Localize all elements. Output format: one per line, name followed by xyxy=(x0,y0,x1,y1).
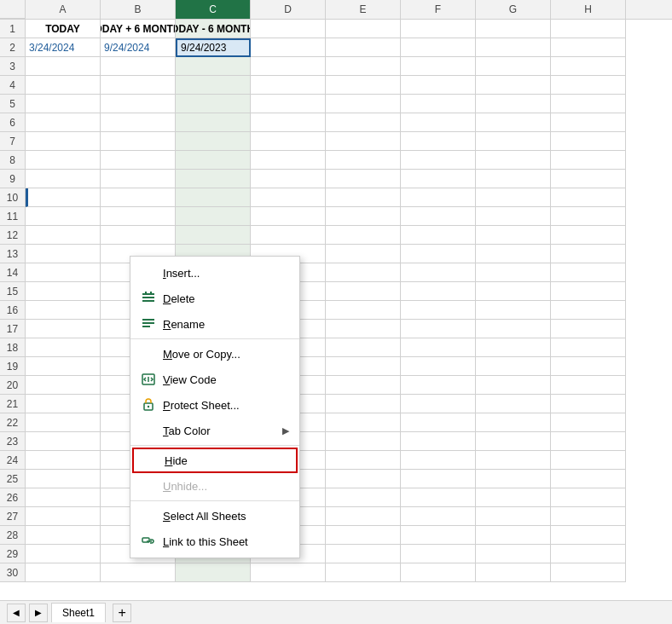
add-sheet-button[interactable]: + xyxy=(113,604,131,622)
cell-c3[interactable] xyxy=(176,57,251,76)
scroll-right-btn[interactable]: ▶ xyxy=(29,604,48,622)
view-code-icon xyxy=(141,372,156,387)
row-num-29[interactable]: 29 xyxy=(0,545,26,563)
cell-g2[interactable] xyxy=(476,38,551,57)
cell-g3[interactable] xyxy=(476,57,551,76)
grid-row-12 xyxy=(26,226,626,245)
rename-icon xyxy=(141,316,156,332)
cell-e3[interactable] xyxy=(326,57,401,76)
col-header-a[interactable]: A xyxy=(26,0,101,19)
cell-f1[interactable] xyxy=(401,20,476,38)
row-num-14[interactable]: 14 xyxy=(0,263,26,282)
cell-g1[interactable] xyxy=(476,20,551,38)
menu-protect-sheet-label: Protect Sheet... xyxy=(163,399,289,412)
col-header-h[interactable]: H xyxy=(551,0,626,19)
svg-rect-2 xyxy=(142,300,154,302)
row-num-11[interactable]: 11 xyxy=(0,207,26,226)
menu-item-protect-sheet[interactable]: Protect Sheet... xyxy=(130,392,299,418)
row-num-26[interactable]: 26 xyxy=(0,488,26,507)
row-num-24[interactable]: 24 xyxy=(0,451,26,470)
cell-h2[interactable] xyxy=(551,38,626,57)
scroll-left-btn[interactable]: ◀ xyxy=(7,604,26,622)
col-header-c[interactable]: C xyxy=(176,0,251,19)
menu-item-insert[interactable]: Insert... xyxy=(130,260,299,286)
row-num-19[interactable]: 19 xyxy=(0,357,26,376)
row-num-25[interactable]: 25 xyxy=(0,470,26,488)
cell-f2[interactable] xyxy=(401,38,476,57)
cell-a3[interactable] xyxy=(26,57,101,76)
row-num-17[interactable]: 17 xyxy=(0,320,26,338)
cell-d2[interactable] xyxy=(251,38,326,57)
grid-row-22 xyxy=(26,413,626,432)
menu-item-rename[interactable]: Rename xyxy=(130,311,299,337)
svg-rect-5 xyxy=(142,319,154,321)
row-num-28[interactable]: 28 xyxy=(0,526,26,545)
row-num-16[interactable]: 16 xyxy=(0,301,26,320)
cell-d3[interactable] xyxy=(251,57,326,76)
menu-item-unhide[interactable]: Unhide... xyxy=(130,473,299,499)
cell-b3[interactable] xyxy=(101,57,176,76)
cell-d1[interactable] xyxy=(251,20,326,38)
sheet-tab[interactable]: Sheet1 xyxy=(51,603,106,622)
grid-row-11 xyxy=(26,207,626,226)
cell-a2[interactable]: 3/24/2024 xyxy=(26,38,101,57)
row-num-18[interactable]: 18 xyxy=(0,338,26,357)
menu-select-all-sheets-label: Select All Sheets xyxy=(163,510,289,523)
row-num-20[interactable]: 20 xyxy=(0,376,26,395)
menu-item-hide[interactable]: Hide xyxy=(132,448,298,473)
grid-row-30 xyxy=(26,563,626,582)
row-num-10[interactable]: 10 xyxy=(0,188,26,207)
cell-f3[interactable] xyxy=(401,57,476,76)
menu-separator-1 xyxy=(130,338,299,339)
row-num-5[interactable]: 5 xyxy=(0,95,26,113)
grid-row-5 xyxy=(26,95,626,113)
cell-c1[interactable]: TODAY - 6 MONTHS xyxy=(176,20,251,38)
grid-row-7 xyxy=(26,132,626,151)
tab-color-arrow: ▶ xyxy=(282,425,289,436)
link-to-sheet-icon xyxy=(141,534,156,549)
row-num-15[interactable]: 15 xyxy=(0,282,26,301)
cell-e2[interactable] xyxy=(326,38,401,57)
menu-item-move-copy[interactable]: Move or Copy... xyxy=(130,341,299,367)
cell-e1[interactable] xyxy=(326,20,401,38)
cell-h3[interactable] xyxy=(551,57,626,76)
col-header-e[interactable]: E xyxy=(326,0,401,19)
menu-item-select-all-sheets[interactable]: Select All Sheets xyxy=(130,503,299,529)
menu-item-link-to-sheet[interactable]: Link to this Sheet xyxy=(130,529,299,554)
row-num-6[interactable]: 6 xyxy=(0,113,26,132)
row-num-12[interactable]: 12 xyxy=(0,226,26,245)
menu-item-delete[interactable]: Delete xyxy=(130,286,299,311)
row-num-3[interactable]: 3 xyxy=(0,57,26,76)
row-num-13[interactable]: 13 xyxy=(0,245,26,263)
col-header-g[interactable]: G xyxy=(476,0,551,19)
spreadsheet: A B C D E F G H 1 2 3 4 5 6 7 8 9 10 11 … xyxy=(0,0,672,624)
row-num-22[interactable]: 22 xyxy=(0,413,26,432)
row-num-7[interactable]: 7 xyxy=(0,132,26,151)
col-header-d[interactable]: D xyxy=(251,0,326,19)
row-num-1[interactable]: 1 xyxy=(0,20,26,38)
cell-h1[interactable] xyxy=(551,20,626,38)
grid-row-2: 3/24/2024 9/24/2024 9/24/2023 xyxy=(26,38,626,57)
row-num-21[interactable]: 21 xyxy=(0,395,26,413)
row-num-30[interactable]: 30 xyxy=(0,563,26,582)
cell-c2[interactable]: 9/24/2023 xyxy=(176,38,251,57)
grid-row-14 xyxy=(26,263,626,282)
grid: TODAY TODAY + 6 MONTHS TODAY - 6 MONTHS … xyxy=(26,20,626,582)
menu-item-view-code[interactable]: View Code xyxy=(130,367,299,392)
col-header-b[interactable]: B xyxy=(101,0,176,19)
row-num-4[interactable]: 4 xyxy=(0,76,26,95)
row-num-27[interactable]: 27 xyxy=(0,507,26,526)
svg-rect-7 xyxy=(142,326,150,327)
cell-b1[interactable]: TODAY + 6 MONTHS xyxy=(101,20,176,38)
col-header-f[interactable]: F xyxy=(401,0,476,19)
row-num-23[interactable]: 23 xyxy=(0,432,26,451)
cell-b2[interactable]: 9/24/2024 xyxy=(101,38,176,57)
delete-icon xyxy=(141,291,156,306)
menu-unhide-label: Unhide... xyxy=(163,480,289,493)
row-num-2[interactable]: 2 xyxy=(0,38,26,57)
row-num-8[interactable]: 8 xyxy=(0,151,26,170)
row-num-9[interactable]: 9 xyxy=(0,170,26,188)
cell-a1[interactable]: TODAY xyxy=(26,20,101,38)
grid-row-6 xyxy=(26,113,626,132)
menu-item-tab-color[interactable]: Tab Color ▶ xyxy=(130,418,299,443)
